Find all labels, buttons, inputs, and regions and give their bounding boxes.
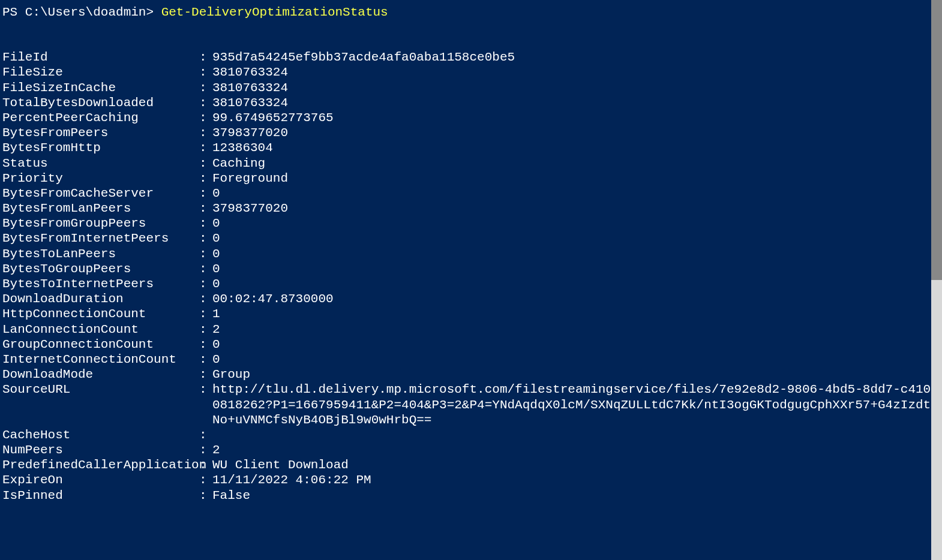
property-value: http://tlu.dl.delivery.mp.microsoft.com/… [212, 382, 940, 427]
property-name: IsPinned [2, 488, 199, 503]
property-separator: : [199, 352, 212, 367]
property-value: False [212, 488, 940, 503]
property-value: 3810763324 [212, 95, 940, 110]
output-row-downloadmode: DownloadMode: Group [2, 367, 940, 382]
property-separator: : [199, 231, 212, 246]
property-name: Priority [2, 171, 199, 186]
property-name: FileSize [2, 65, 199, 80]
property-value: 2 [212, 442, 940, 457]
property-name: PredefinedCallerApplication [2, 457, 199, 472]
property-separator: : [199, 306, 212, 321]
output-row-lanconnectioncount: LanConnectionCount: 2 [2, 322, 940, 337]
property-name: BytesFromLanPeers [2, 201, 199, 216]
property-value: 00:02:47.8730000 [212, 291, 940, 306]
property-value: 3810763324 [212, 80, 940, 95]
property-name: CacheHost [2, 427, 199, 442]
output-row-bytestolanpeers: BytesToLanPeers: 0 [2, 246, 940, 261]
property-value: 3798377020 [212, 201, 940, 216]
output-row-status: Status: Caching [2, 156, 940, 171]
output-row-expireon: ExpireOn: 11/11/2022 4:06:22 PM [2, 472, 940, 487]
property-name: BytesFromHttp [2, 140, 199, 155]
property-separator: : [199, 65, 212, 80]
property-value: 0 [212, 352, 940, 367]
property-separator: : [199, 80, 212, 95]
output-row-filesizeincache: FileSizeInCache: 3810763324 [2, 80, 940, 95]
property-name: ExpireOn [2, 472, 199, 487]
property-name: TotalBytesDownloaded [2, 95, 199, 110]
property-separator: : [199, 156, 212, 171]
property-value: 12386304 [212, 140, 940, 155]
property-name: BytesFromCacheServer [2, 186, 199, 201]
property-separator: : [199, 186, 212, 201]
property-name: Status [2, 156, 199, 171]
output-row-bytestogrouppeers: BytesToGroupPeers: 0 [2, 261, 940, 276]
property-name: BytesFromGroupPeers [2, 216, 199, 231]
property-name: LanConnectionCount [2, 322, 199, 337]
property-separator: : [199, 95, 212, 110]
property-separator: : [199, 291, 212, 306]
property-value: 99.6749652773765 [212, 110, 940, 125]
output-row-filesize: FileSize: 3810763324 [2, 65, 940, 80]
property-value: 0 [212, 216, 940, 231]
property-value: 935d7a54245ef9bb37acde4afa0aba1158ce0be5 [212, 50, 940, 65]
property-separator: : [199, 367, 212, 382]
property-name: InternetConnectionCount [2, 352, 199, 367]
property-separator: : [199, 457, 212, 472]
property-name: PercentPeerCaching [2, 110, 199, 125]
property-name: DownloadMode [2, 367, 199, 382]
property-value: 3810763324 [212, 65, 940, 80]
property-separator: : [199, 171, 212, 186]
property-name: BytesToGroupPeers [2, 261, 199, 276]
property-value: 0 [212, 276, 940, 291]
property-name: HttpConnectionCount [2, 306, 199, 321]
property-separator: : [199, 427, 212, 442]
property-name: FileId [2, 50, 199, 65]
property-name: NumPeers [2, 442, 199, 457]
scrollbar-thumb[interactable] [931, 0, 942, 280]
output-row-internetconnectioncount: InternetConnectionCount: 0 [2, 352, 940, 367]
property-value: 3798377020 [212, 125, 940, 140]
property-value: 0 [212, 246, 940, 261]
property-name: BytesToInternetPeers [2, 276, 199, 291]
property-value: 0 [212, 186, 940, 201]
prompt-line: PS C:\Users\doadmin> Get-DeliveryOptimiz… [2, 5, 940, 20]
property-separator: : [199, 442, 212, 457]
output-row-bytesfromlanpeers: BytesFromLanPeers: 3798377020 [2, 201, 940, 216]
property-value: 0 [212, 261, 940, 276]
property-separator: : [199, 140, 212, 155]
output-row-bytesfromhttp: BytesFromHttp: 12386304 [2, 140, 940, 155]
property-separator: : [199, 337, 212, 352]
property-name: GroupConnectionCount [2, 337, 199, 352]
output-row-ispinned: IsPinned: False [2, 488, 940, 503]
property-name: DownloadDuration [2, 291, 199, 306]
output-row-bytesfromgrouppeers: BytesFromGroupPeers: 0 [2, 216, 940, 231]
property-value: 2 [212, 322, 940, 337]
property-value: Caching [212, 156, 940, 171]
property-name: FileSizeInCache [2, 80, 199, 95]
prompt-prefix: PS C:\Users\doadmin> [2, 5, 161, 19]
property-separator: : [199, 382, 212, 427]
property-separator: : [199, 261, 212, 276]
property-value: Group [212, 367, 940, 382]
property-name: BytesFromInternetPeers [2, 231, 199, 246]
property-name: BytesFromPeers [2, 125, 199, 140]
output-row-totalbytesdownloaded: TotalBytesDownloaded: 3810763324 [2, 95, 940, 110]
property-name: SourceURL [2, 382, 199, 427]
property-value: 0 [212, 337, 940, 352]
property-value: 1 [212, 306, 940, 321]
scrollbar-track[interactable] [931, 0, 942, 560]
output-row-fileid: FileId: 935d7a54245ef9bb37acde4afa0aba11… [2, 50, 940, 65]
output-row-sourceurl: SourceURL: http://tlu.dl.delivery.mp.mic… [2, 382, 940, 427]
property-separator: : [199, 472, 212, 487]
property-value [212, 427, 940, 442]
property-separator: : [199, 50, 212, 65]
property-value: 11/11/2022 4:06:22 PM [212, 472, 940, 487]
property-separator: : [199, 488, 212, 503]
output-row-cachehost: CacheHost: [2, 427, 940, 442]
command-output: FileId: 935d7a54245ef9bb37acde4afa0aba11… [2, 50, 940, 503]
output-row-httpconnectioncount: HttpConnectionCount: 1 [2, 306, 940, 321]
property-separator: : [199, 125, 212, 140]
property-separator: : [199, 276, 212, 291]
property-value: 0 [212, 231, 940, 246]
property-name: BytesToLanPeers [2, 246, 199, 261]
